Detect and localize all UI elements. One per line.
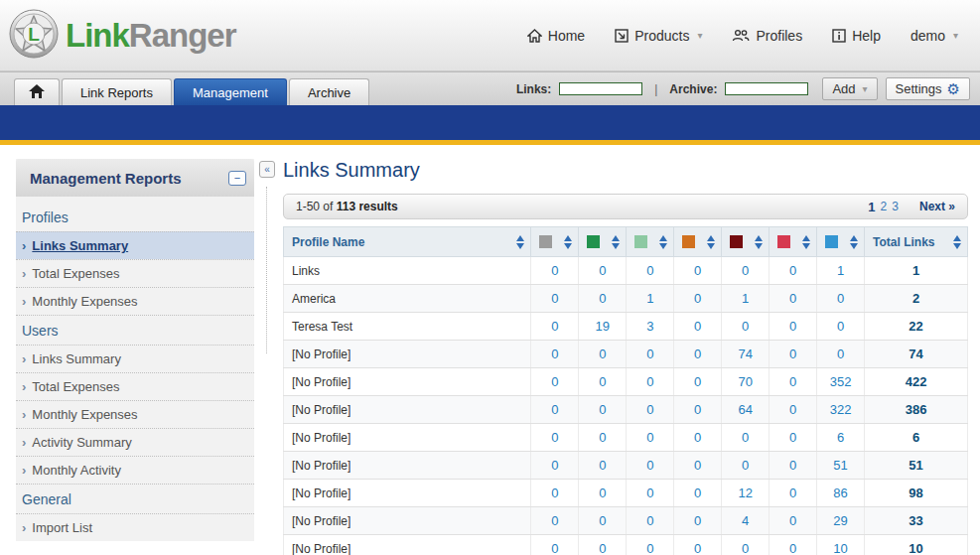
- link-count-cell[interactable]: 0: [674, 285, 722, 313]
- link-count-cell[interactable]: 0: [817, 341, 865, 368]
- link-count-cell[interactable]: 70: [722, 368, 770, 396]
- sort-arrows[interactable]: [610, 235, 622, 249]
- link-count-cell[interactable]: 0: [674, 507, 722, 535]
- sort-arrows[interactable]: [705, 235, 717, 249]
- link-count-cell[interactable]: 0: [817, 285, 865, 313]
- link-count-cell[interactable]: 0: [579, 285, 627, 313]
- link-count-cell[interactable]: 0: [770, 535, 817, 555]
- link-count-cell[interactable]: 0: [627, 480, 674, 507]
- link-count-cell[interactable]: 0: [531, 313, 579, 341]
- link-count-cell[interactable]: 0: [770, 313, 817, 341]
- page-number-2[interactable]: 2: [881, 200, 888, 213]
- total-links-cell[interactable]: 2: [865, 285, 968, 313]
- link-count-cell[interactable]: 0: [627, 341, 674, 368]
- link-count-cell[interactable]: 0: [770, 396, 817, 424]
- total-links-cell[interactable]: 10: [865, 535, 968, 555]
- sort-arrows[interactable]: [848, 235, 860, 249]
- link-count-cell[interactable]: 0: [627, 424, 674, 452]
- link-count-cell[interactable]: 29: [817, 507, 865, 535]
- page-number-3[interactable]: 3: [892, 200, 899, 213]
- sidebar-item-total-expenses[interactable]: ›Total Expenses: [16, 372, 254, 400]
- next-page-link[interactable]: Next »: [919, 200, 955, 213]
- link-count-cell[interactable]: 0: [770, 424, 817, 452]
- link-count-cell[interactable]: 3: [627, 313, 674, 341]
- link-count-cell[interactable]: 0: [674, 368, 722, 396]
- total-links-cell[interactable]: 74: [865, 341, 968, 368]
- link-count-cell[interactable]: 0: [579, 341, 627, 368]
- link-count-cell[interactable]: 0: [722, 424, 770, 452]
- link-count-cell[interactable]: 0: [770, 368, 817, 396]
- link-count-cell[interactable]: 0: [579, 535, 627, 555]
- link-count-cell[interactable]: 0: [817, 313, 865, 341]
- collapse-sidebar-icon[interactable]: «: [259, 161, 275, 178]
- sidebar-item-total-expenses[interactable]: ›Total Expenses: [16, 259, 254, 287]
- link-count-cell[interactable]: 0: [674, 257, 722, 285]
- total-links-cell[interactable]: 33: [865, 507, 968, 535]
- column-header-color-7[interactable]: [817, 227, 865, 257]
- link-count-cell[interactable]: 0: [579, 507, 627, 535]
- sidebar-item-links-summary[interactable]: ›Links Summary: [16, 345, 254, 372]
- sort-arrows[interactable]: [562, 235, 574, 249]
- link-count-cell[interactable]: 0: [627, 257, 674, 285]
- total-links-cell[interactable]: 1: [865, 257, 968, 285]
- sort-arrows[interactable]: [514, 235, 526, 249]
- sort-arrows[interactable]: [800, 235, 812, 249]
- nav-item-demo[interactable]: demo▾: [910, 28, 958, 44]
- sort-arrows[interactable]: [753, 235, 765, 249]
- nav-item-help[interactable]: Help: [832, 28, 881, 44]
- link-count-cell[interactable]: 0: [531, 424, 579, 452]
- app-logo[interactable]: L LinkRanger: [8, 8, 236, 64]
- page-number-1[interactable]: 1: [868, 200, 875, 214]
- sort-arrows[interactable]: [657, 235, 669, 249]
- link-count-cell[interactable]: 0: [531, 480, 579, 507]
- link-count-cell[interactable]: 1: [817, 257, 865, 285]
- sidebar-item-import-list[interactable]: ›Import List: [16, 513, 254, 541]
- link-count-cell[interactable]: 0: [627, 507, 674, 535]
- link-count-cell[interactable]: 0: [531, 341, 579, 368]
- link-count-cell[interactable]: 0: [770, 507, 817, 535]
- link-count-cell[interactable]: 0: [531, 535, 579, 555]
- sidebar-item-monthly-expenses[interactable]: ›Monthly Expenses: [16, 400, 254, 428]
- link-count-cell[interactable]: 1: [722, 285, 770, 313]
- tab-home[interactable]: [14, 78, 60, 105]
- column-header-color-3[interactable]: [627, 227, 674, 257]
- link-count-cell[interactable]: 322: [817, 396, 865, 424]
- tab-management[interactable]: Management: [174, 78, 287, 105]
- total-links-cell[interactable]: 386: [865, 396, 968, 424]
- total-links-cell[interactable]: 422: [865, 368, 968, 396]
- column-header-color-4[interactable]: [674, 227, 722, 257]
- link-count-cell[interactable]: 0: [674, 480, 722, 507]
- link-count-cell[interactable]: 0: [770, 285, 817, 313]
- link-count-cell[interactable]: 64: [722, 396, 770, 424]
- sidebar-item-links-summary[interactable]: ›Links Summary: [16, 231, 254, 259]
- link-count-cell[interactable]: 0: [674, 313, 722, 341]
- link-count-cell[interactable]: 19: [579, 313, 627, 341]
- link-count-cell[interactable]: 0: [627, 396, 674, 424]
- sidebar-item-activity-summary[interactable]: ›Activity Summary: [16, 428, 254, 456]
- nav-item-home[interactable]: Home: [527, 28, 585, 44]
- link-count-cell[interactable]: 352: [817, 368, 865, 396]
- nav-item-profiles[interactable]: Profiles: [732, 28, 802, 44]
- minimize-panel-icon[interactable]: −: [228, 171, 246, 186]
- link-count-cell[interactable]: 10: [817, 535, 865, 555]
- settings-button[interactable]: Settings ⚙: [886, 77, 970, 100]
- link-count-cell[interactable]: 0: [531, 452, 579, 480]
- column-header-color-6[interactable]: [770, 227, 817, 257]
- link-count-cell[interactable]: 0: [770, 452, 817, 480]
- column-header-color-2[interactable]: [579, 227, 627, 257]
- link-count-cell[interactable]: 0: [674, 535, 722, 555]
- link-count-cell[interactable]: 0: [531, 368, 579, 396]
- nav-item-products[interactable]: Products▾: [615, 28, 702, 44]
- sort-arrows[interactable]: [951, 235, 963, 249]
- link-count-cell[interactable]: 0: [674, 396, 722, 424]
- link-count-cell[interactable]: 0: [627, 368, 674, 396]
- link-count-cell[interactable]: 0: [531, 507, 579, 535]
- column-header-color-1[interactable]: [531, 227, 579, 257]
- link-count-cell[interactable]: 0: [627, 535, 674, 555]
- link-count-cell[interactable]: 4: [722, 507, 770, 535]
- link-count-cell[interactable]: 0: [674, 341, 722, 368]
- link-count-cell[interactable]: 0: [770, 480, 817, 507]
- tab-link-reports[interactable]: Link Reports: [62, 78, 172, 105]
- link-count-cell[interactable]: 0: [722, 452, 770, 480]
- link-count-cell[interactable]: 0: [722, 535, 770, 555]
